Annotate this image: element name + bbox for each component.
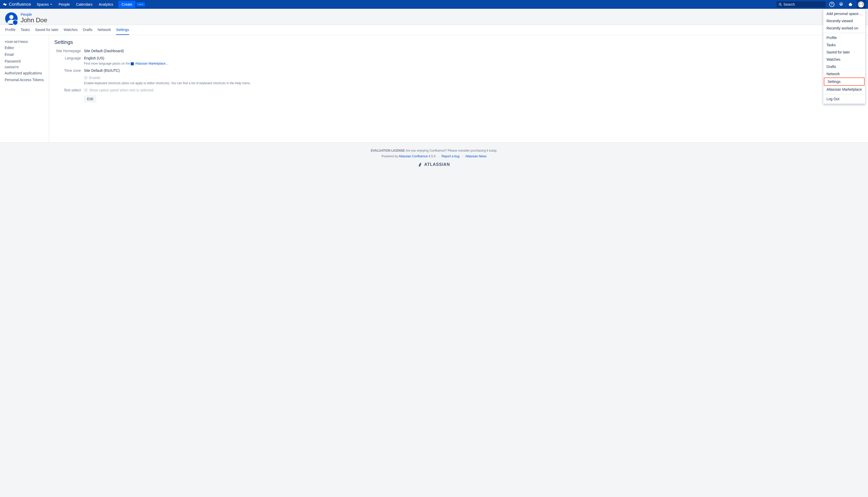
dropdown-add-space[interactable]: Add personal space…	[823, 10, 865, 17]
dropdown-watches[interactable]: Watches	[823, 56, 865, 63]
svg-point-1	[141, 4, 141, 5]
label-timezone: Time zone	[54, 69, 84, 73]
svg-point-8	[9, 15, 13, 19]
tab-profile[interactable]: Profile	[5, 25, 15, 35]
version: 8.5.9	[428, 155, 436, 158]
top-nav: Confluence Spaces People Calendars Analy…	[0, 0, 868, 9]
dropdown-marketplace[interactable]: Atlassian Marketplace	[823, 86, 865, 93]
sidebar-tokens[interactable]: Personal Access Tokens	[0, 76, 49, 83]
nav-people[interactable]: People	[56, 1, 73, 8]
atlassian-logo[interactable]: ATLASSIAN	[0, 162, 868, 167]
checkbox-keyboard-label: Enable	[89, 76, 100, 80]
checkbox-text-select	[84, 88, 88, 92]
license-bold: EVALUATION LICENSE	[371, 149, 405, 152]
gear-icon[interactable]	[838, 1, 844, 8]
search-box[interactable]	[777, 1, 826, 8]
report-bug-link[interactable]: Report a bug	[441, 155, 459, 158]
dropdown-logout[interactable]: Log Out	[823, 95, 865, 102]
user-menu-button[interactable]	[857, 0, 865, 9]
edit-button[interactable]: Edit	[84, 95, 96, 102]
tab-drafts[interactable]: Drafts	[83, 25, 93, 35]
sidebar-heading-settings: YOUR SETTINGS	[0, 39, 49, 44]
chevron-down-icon	[50, 3, 53, 6]
footer: EVALUATION LICENSE Are you enjoying Conf…	[0, 142, 868, 173]
notification-icon[interactable]	[847, 1, 854, 8]
ellipsis-icon	[139, 4, 143, 5]
logo-text: Confluence	[9, 2, 31, 7]
tab-settings[interactable]: Settings	[116, 25, 129, 35]
atlassian-icon	[418, 162, 423, 167]
nav-calendars[interactable]: Calendars	[73, 1, 95, 8]
svg-point-0	[139, 4, 140, 5]
license-text: Are you enjoying Confluence? Please cons…	[405, 149, 497, 152]
tab-saved[interactable]: Saved for later	[35, 25, 58, 35]
svg-point-3	[779, 3, 781, 5]
svg-point-6	[860, 3, 862, 5]
settings-title: Settings	[54, 39, 863, 45]
checkbox-text-select-label: Show option panel when text is selected	[89, 88, 154, 92]
nav-right: ?	[777, 0, 865, 9]
dropdown-profile[interactable]: Profile	[823, 34, 865, 41]
dropdown-recently-viewed[interactable]: Recently viewed	[823, 17, 865, 25]
help-language: Find more language packs on the Atlassia…	[84, 62, 863, 65]
sidebar-heading-gadgets: GADGETS	[0, 65, 49, 70]
dropdown-network[interactable]: Network	[823, 70, 865, 77]
page-header: People John Doe	[0, 9, 868, 25]
dropdown-tasks[interactable]: Tasks	[823, 41, 865, 48]
svg-text:?: ?	[831, 3, 833, 6]
tab-tasks[interactable]: Tasks	[21, 25, 30, 35]
sidebar-password[interactable]: Password	[0, 58, 49, 65]
user-avatar-large	[5, 12, 17, 25]
checkbox-keyboard	[84, 76, 88, 80]
create-button[interactable]: Create	[118, 1, 136, 8]
dropdown-saved[interactable]: Saved for later	[823, 48, 865, 56]
breadcrumb-people[interactable]: People	[21, 12, 47, 16]
user-dropdown: Add personal space… Recently viewed Rece…	[823, 9, 865, 104]
dropdown-settings[interactable]: Settings	[824, 77, 865, 86]
value-language: English (US)	[84, 56, 863, 60]
powered-link[interactable]: Atlassian Confluence	[399, 155, 428, 158]
nav-items: Spaces People Calendars Analytics Create	[34, 1, 145, 8]
help-keyboard: Enable keyboard shortcuts (does not appl…	[84, 81, 863, 85]
label-text-select: Text select	[54, 88, 84, 92]
avatar-icon	[858, 1, 864, 8]
news-link[interactable]: Atlassian News	[465, 155, 486, 158]
marketplace-icon	[131, 62, 134, 65]
more-button[interactable]	[137, 2, 145, 6]
sidebar-editor[interactable]: Editor	[0, 44, 49, 51]
dropdown-drafts[interactable]: Drafts	[823, 63, 865, 70]
dropdown-divider	[823, 33, 865, 33]
main-content: Settings Site Homepage Site Default (Das…	[49, 35, 868, 142]
tab-network[interactable]: Network	[98, 25, 111, 35]
tab-watches[interactable]: Watches	[64, 25, 78, 35]
page-title: John Doe	[21, 16, 47, 24]
sidebar-email[interactable]: Email	[0, 51, 49, 58]
logo[interactable]: Confluence	[3, 2, 31, 7]
value-timezone: Site Default (Etc/UTC)	[84, 69, 863, 73]
dropdown-recently-worked[interactable]: Recently worked on	[823, 25, 865, 32]
tabs: Profile Tasks Saved for later Watches Dr…	[0, 25, 868, 35]
value-site-homepage: Site Default (Dashboard)	[84, 49, 863, 53]
confluence-icon	[3, 2, 7, 7]
sidebar: YOUR SETTINGS Editor Email Password GADG…	[0, 35, 49, 142]
search-input[interactable]	[784, 2, 824, 6]
label-site-homepage: Site Homepage	[54, 49, 84, 53]
svg-point-2	[142, 4, 143, 5]
help-icon[interactable]: ?	[829, 1, 835, 8]
sidebar-auth-apps[interactable]: Authorized applications	[0, 70, 49, 76]
powered-prefix: Powered by	[382, 155, 399, 158]
content-area: YOUR SETTINGS Editor Email Password GADG…	[0, 35, 868, 142]
dropdown-divider	[823, 94, 865, 94]
nav-spaces[interactable]: Spaces	[34, 1, 55, 8]
search-icon	[779, 3, 782, 6]
nav-analytics[interactable]: Analytics	[96, 1, 116, 8]
label-language: Language	[54, 56, 84, 60]
marketplace-link[interactable]: Atlassian Marketplace…	[135, 62, 168, 65]
